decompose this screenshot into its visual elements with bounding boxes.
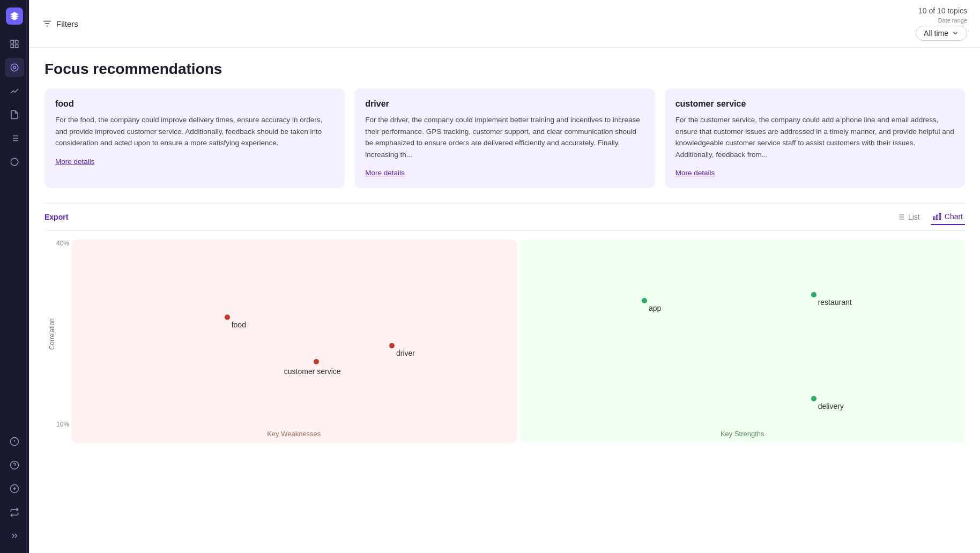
sidebar-item-more[interactable]: [5, 526, 24, 545]
svg-point-5: [13, 66, 16, 69]
chart-view-button[interactable]: Chart: [931, 209, 965, 225]
sidebar-item-import[interactable]: [5, 503, 24, 522]
datapoint-app: [642, 298, 647, 303]
datapoint-restaurant-label: restaurant: [818, 298, 852, 307]
datapoint-food: [225, 315, 230, 320]
rec-card-customer-service-text: For the customer service, the company co…: [675, 114, 954, 160]
sidebar-item-dashboard[interactable]: [5, 34, 24, 54]
y-axis-title: Correlation: [48, 318, 56, 350]
main-content: Filters 10 of 10 topics Date range All t…: [29, 0, 980, 553]
rec-card-customer-service-link[interactable]: More details: [675, 169, 715, 177]
topbar: Filters 10 of 10 topics Date range All t…: [29, 0, 980, 48]
list-icon: [896, 213, 905, 221]
svg-rect-0: [11, 40, 13, 43]
y-label-top: 40%: [56, 240, 69, 247]
page-title: Focus recommendations: [44, 61, 965, 78]
chart-view-label: Chart: [945, 212, 963, 221]
panel-weaknesses-label: Key Weaknesses: [267, 430, 321, 438]
date-range-button[interactable]: All time: [916, 26, 967, 41]
recommendation-cards: food For the food, the company could imp…: [44, 88, 965, 188]
datapoint-food-label: food: [232, 320, 246, 329]
sidebar-item-analytics[interactable]: [5, 58, 24, 77]
rec-card-food-text: For the food, the company could improve …: [55, 114, 334, 149]
sidebar-logo[interactable]: [6, 8, 23, 25]
svg-rect-2: [11, 45, 13, 48]
topbar-right: 10 of 10 topics Date range All time: [916, 6, 967, 41]
datapoint-driver: [389, 343, 395, 348]
export-button[interactable]: Export: [44, 213, 68, 221]
rec-card-food: food For the food, the company could imp…: [44, 88, 345, 188]
sidebar-item-feedback[interactable]: [5, 479, 24, 498]
date-range-label: Date range: [938, 17, 967, 24]
view-toggle: List Chart: [894, 209, 965, 225]
svg-rect-30: [939, 213, 941, 220]
topics-count: 10 of 10 topics: [918, 6, 967, 15]
sidebar: [0, 0, 29, 553]
filters-label: Filters: [56, 19, 78, 28]
sidebar-item-trends[interactable]: [5, 81, 24, 101]
datapoint-app-label: app: [649, 304, 661, 312]
datapoint-delivery: [811, 396, 816, 401]
chart-area: 40% 10% Correlation food cu: [44, 231, 965, 443]
rec-card-driver-text: For the driver, the company could implem…: [365, 114, 644, 160]
datapoint-restaurant: [811, 292, 816, 297]
svg-rect-1: [16, 40, 18, 43]
chart-container: 40% 10% Correlation food cu: [44, 240, 965, 443]
svg-rect-32: [933, 217, 935, 220]
sidebar-item-monitor[interactable]: [5, 152, 24, 171]
sidebar-item-alerts[interactable]: [5, 432, 24, 451]
rec-card-food-link[interactable]: More details: [55, 158, 95, 166]
panel-weaknesses: food customer service driver Key Weaknes…: [71, 240, 517, 443]
list-view-button[interactable]: List: [894, 210, 922, 225]
datapoint-customer-service: [314, 359, 319, 364]
datapoint-customer-service-label: customer service: [284, 367, 341, 376]
svg-point-12: [11, 158, 18, 166]
y-axis-title-wrapper: Correlation: [47, 240, 57, 428]
chart-icon: [933, 212, 941, 221]
panel-strengths-label: Key Strengths: [721, 430, 764, 438]
rec-card-customer-service-title: customer service: [675, 99, 954, 109]
sidebar-item-list[interactable]: [5, 129, 24, 148]
sidebar-item-reports[interactable]: [5, 105, 24, 124]
content-area: Focus recommendations food For the food,…: [29, 48, 980, 553]
chart-panels: food customer service driver Key Weaknes…: [71, 240, 965, 443]
datapoint-driver-label: driver: [396, 349, 415, 357]
date-range-value: All time: [924, 29, 948, 38]
rec-card-customer-service: customer service For the customer servic…: [665, 88, 965, 188]
svg-rect-31: [936, 215, 938, 220]
svg-point-4: [11, 64, 18, 71]
rec-card-driver-title: driver: [365, 99, 644, 109]
rec-card-driver: driver For the driver, the company could…: [354, 88, 655, 188]
filters-button[interactable]: Filters: [42, 19, 78, 28]
datapoint-delivery-label: delivery: [818, 402, 844, 410]
y-label-bottom: 10%: [56, 421, 69, 428]
list-view-label: List: [908, 213, 920, 221]
panel-strengths: app restaurant delivery Key Strengths: [520, 240, 966, 443]
rec-card-food-title: food: [55, 99, 334, 109]
sidebar-item-help[interactable]: [5, 455, 24, 475]
rec-card-driver-link[interactable]: More details: [365, 169, 405, 177]
svg-rect-3: [16, 45, 18, 48]
chart-toolbar: Export List Chart: [44, 203, 965, 231]
chevron-down-icon: [952, 29, 959, 37]
